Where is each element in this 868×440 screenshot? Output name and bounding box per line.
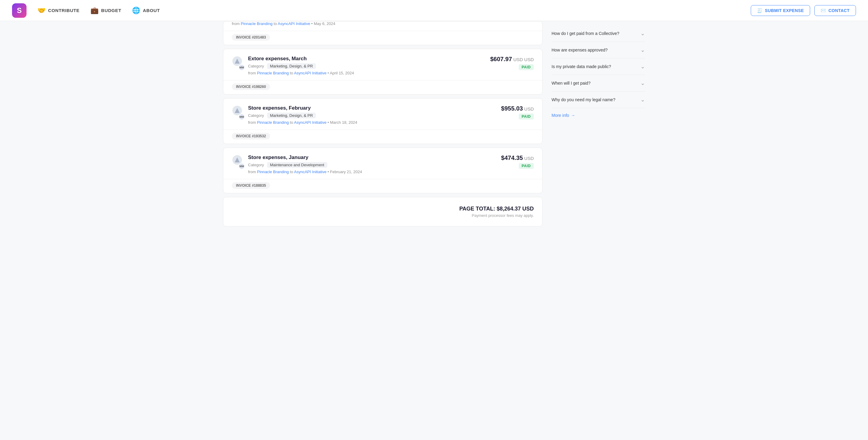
partial-from-row: from Pinnacle Branding to AsyncAPI Initi…: [232, 22, 534, 26]
expense-info-0: Extore expenses, March Category Marketin…: [248, 56, 484, 75]
chevron-down-icon-1: ⌄: [641, 47, 645, 53]
chevron-down-icon-2: ⌄: [641, 63, 645, 70]
partial-card-body: from Pinnacle Branding to AsyncAPI Initi…: [223, 22, 542, 31]
expense-from-0: from Pinnacle Branding to AsyncAPI Initi…: [248, 71, 484, 75]
expense-left-1: MM Store expenses, February Category Mar…: [232, 105, 495, 125]
nav-about[interactable]: 🌐 ABOUT: [132, 7, 160, 14]
expense-right-1: $955.03 USD PAID: [501, 105, 534, 120]
avatar-sub-2: MM: [239, 163, 245, 170]
expense-to-link-1[interactable]: AsyncAPI Initiative: [294, 120, 327, 125]
expense-to-link-0[interactable]: AsyncAPI Initiative: [294, 71, 327, 75]
invoice-badge-0: INVOICE #198260: [232, 83, 270, 90]
expense-from-link-0[interactable]: Pinnacle Branding: [257, 71, 289, 75]
expense-from-2: from Pinnacle Branding to AsyncAPI Initi…: [248, 170, 495, 174]
expense-title-0: Extore expenses, March: [248, 56, 484, 62]
partial-from-link[interactable]: Pinnacle Branding: [241, 22, 273, 26]
expense-category-row-0: Category Marketing, Design, & PR: [248, 63, 484, 69]
more-info-arrow: →: [571, 113, 575, 118]
submit-expense-label: SUBMIT EXPENSE: [765, 8, 804, 13]
expense-status-badge-1: PAID: [519, 113, 534, 120]
logo-letter: S: [17, 6, 22, 15]
faq-item-4[interactable]: Why do you need my legal name? ⌄: [552, 92, 645, 108]
header-left: S 🤝 CONTRIBUTE 💼 BUDGET 🌐 ABOUT: [12, 3, 160, 18]
nav-budget-label: BUDGET: [101, 8, 121, 13]
expense-category-label-1: Category: [248, 113, 264, 118]
expense-currency-0: USD: [513, 57, 523, 62]
expense-from-link-1[interactable]: Pinnacle Branding: [257, 120, 289, 125]
expense-category-tag-1: Marketing, Design, & PR: [267, 113, 316, 119]
contribute-icon: 🤝: [37, 7, 46, 14]
expense-card-0: MM Extore expenses, March Category Marke…: [223, 49, 542, 95]
avatar-stack-0: MM: [232, 56, 244, 71]
faq-item-1[interactable]: How are expenses approved? ⌄: [552, 42, 645, 59]
avatar-stack-2: MM: [232, 155, 244, 170]
expense-category-row-1: Category Marketing, Design, & PR: [248, 113, 495, 119]
expense-category-row-2: Category Maintenance and Development: [248, 162, 495, 168]
budget-icon: 💼: [90, 7, 99, 14]
submit-expense-icon: 🧾: [757, 8, 762, 13]
page-total-amount: PAGE TOTAL: $8,264.37 USD: [232, 206, 534, 212]
expense-amount-1: $955.03: [501, 105, 523, 112]
expense-card-body-2: MM Store expenses, January Category Main…: [223, 148, 542, 179]
invoice-badge-2: INVOICE #188835: [232, 182, 270, 189]
faq-item-2[interactable]: Is my private data made public? ⌄: [552, 59, 645, 75]
expense-from-link-2[interactable]: Pinnacle Branding: [257, 170, 289, 174]
expense-right-2: $474.35 USD PAID: [501, 155, 534, 169]
header-right: 🧾 SUBMIT EXPENSE ✉️ CONTACT: [751, 5, 856, 16]
partial-bullet: •: [311, 22, 314, 26]
expense-date-1: March 18, 2024: [330, 120, 357, 125]
expense-card-body-1: MM Store expenses, February Category Mar…: [223, 99, 542, 130]
faq-item-0[interactable]: How do I get paid from a Collective? ⌄: [552, 30, 645, 42]
partial-from-text: from: [232, 22, 241, 26]
page-total-value: $8,264.37 USD: [497, 206, 534, 212]
expense-card-footer-0: INVOICE #198260: [223, 80, 542, 94]
expense-category-label-0: Category: [248, 64, 264, 68]
nav-about-label: ABOUT: [143, 8, 160, 13]
header: S 🤝 CONTRIBUTE 💼 BUDGET 🌐 ABOUT 🧾 SUBMIT…: [0, 0, 868, 21]
nav-budget[interactable]: 💼 BUDGET: [90, 7, 121, 14]
more-info-link[interactable]: More info →: [552, 113, 645, 118]
expense-currency-1: USD: [524, 106, 534, 111]
nav-contribute-label: CONTRIBUTE: [48, 8, 80, 13]
contact-button[interactable]: ✉️ CONTACT: [814, 5, 856, 16]
logo[interactable]: S: [12, 3, 27, 18]
expense-card-1: MM Store expenses, February Category Mar…: [223, 98, 542, 144]
expense-date-0: April 15, 2024: [330, 71, 354, 75]
faq-question-3: When will I get paid?: [552, 81, 638, 86]
more-info-label: More info: [552, 113, 569, 118]
chevron-down-icon-4: ⌄: [641, 96, 645, 103]
expense-status-badge-2: PAID: [519, 163, 534, 169]
expense-title-1: Store expenses, February: [248, 105, 495, 111]
expense-status-badge-0: PAID: [519, 64, 534, 70]
partial-to-link[interactable]: AsyncAPI Initiative: [278, 22, 310, 26]
partial-invoice-badge: INVOICE #201483: [232, 34, 270, 41]
chevron-down-icon-3: ⌄: [641, 80, 645, 87]
partial-to-text: to: [274, 22, 278, 26]
expense-category-label-2: Category: [248, 163, 264, 167]
page-total-note: Payment processor fees may apply.: [232, 213, 534, 218]
expense-info-2: Store expenses, January Category Mainten…: [248, 155, 495, 174]
expense-to-link-2[interactable]: AsyncAPI Initiative: [294, 170, 327, 174]
sidebar: How do I get paid from a Collective? ⌄ H…: [542, 21, 645, 239]
expense-currency-label-0: USD: [524, 57, 534, 62]
expense-amount-0: $607.97: [490, 56, 512, 62]
contact-label: CONTACT: [829, 8, 849, 13]
expense-category-tag-2: Maintenance and Development: [267, 162, 327, 168]
submit-expense-button[interactable]: 🧾 SUBMIT EXPENSE: [751, 5, 810, 16]
contact-icon: ✉️: [821, 8, 826, 13]
faq-item-3[interactable]: When will I get paid? ⌄: [552, 75, 645, 92]
invoice-badge-1: INVOICE #193532: [232, 133, 270, 139]
faq-question-4: Why do you need my legal name?: [552, 97, 638, 102]
faq-question-1: How are expenses approved?: [552, 47, 638, 53]
expense-title-2: Store expenses, January: [248, 155, 495, 161]
faq-section: How do I get paid from a Collective? ⌄ H…: [552, 30, 645, 118]
expense-info-1: Store expenses, February Category Market…: [248, 105, 495, 125]
partial-expense-card: from Pinnacle Branding to AsyncAPI Initi…: [223, 21, 542, 45]
about-icon: 🌐: [132, 7, 141, 14]
expense-card-2: MM Store expenses, January Category Main…: [223, 147, 542, 193]
nav-contribute[interactable]: 🤝 CONTRIBUTE: [37, 7, 80, 14]
main-content: from Pinnacle Branding to AsyncAPI Initi…: [223, 21, 542, 239]
expense-from-1: from Pinnacle Branding to AsyncAPI Initi…: [248, 120, 495, 125]
faq-question-0: How do I get paid from a Collective?: [552, 31, 638, 36]
expense-card-footer-2: INVOICE #188835: [223, 179, 542, 193]
